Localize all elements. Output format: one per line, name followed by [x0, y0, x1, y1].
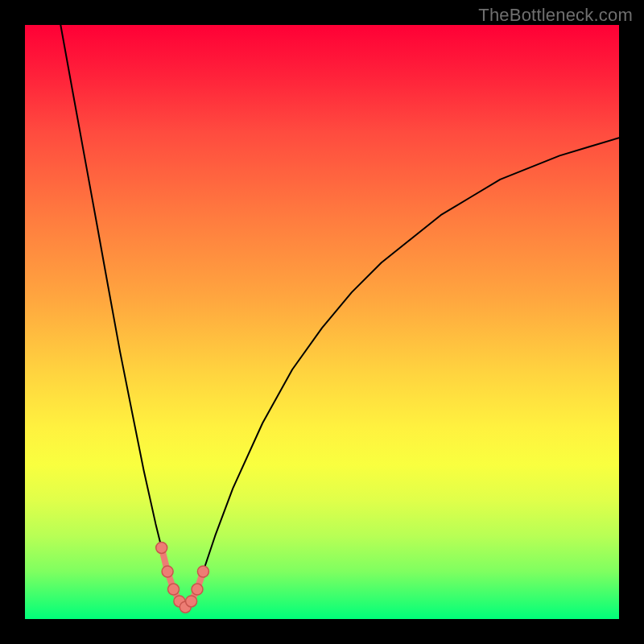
bottleneck-curve: [60, 25, 619, 607]
chart-frame: TheBottleneck.com: [0, 0, 644, 644]
watermark-text: TheBottleneck.com: [478, 5, 633, 26]
optimal-point: [197, 566, 208, 577]
optimal-point: [192, 584, 203, 595]
optimal-point: [186, 596, 197, 607]
chart-svg: [25, 25, 619, 619]
plot-area: [25, 25, 619, 619]
optimal-point: [162, 566, 173, 577]
optimal-point: [168, 584, 180, 595]
optimal-point: [156, 542, 167, 553]
